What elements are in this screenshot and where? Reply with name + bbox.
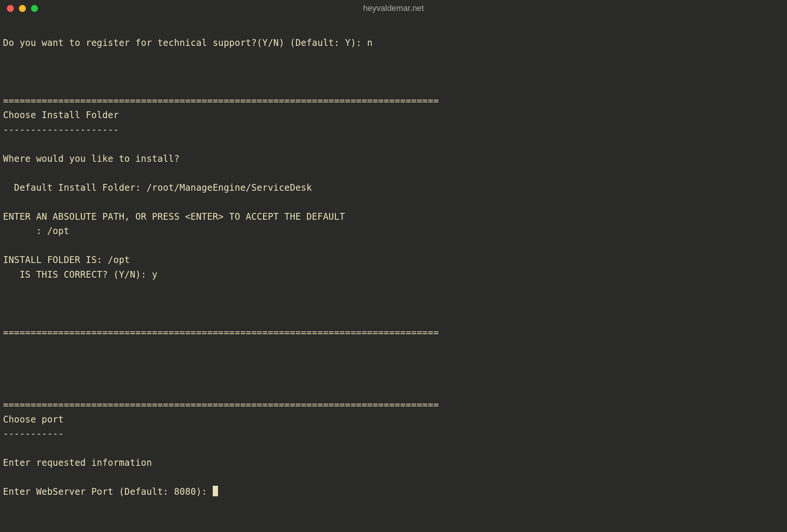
terminal-line: Choose Install Folder <box>3 110 119 120</box>
terminal-line: IS THIS CORRECT? (Y/N): y <box>3 269 157 280</box>
terminal-output[interactable]: Do you want to register for technical su… <box>0 17 787 502</box>
terminal-line: ----------- <box>3 429 64 439</box>
maximize-button[interactable] <box>31 5 38 12</box>
terminal-line: Enter WebServer Port (Default: 8080): <box>3 486 213 497</box>
terminal-line: --------------------- <box>3 125 119 135</box>
window-titlebar: heyvaldemar.net <box>0 0 787 17</box>
cursor-icon <box>213 486 218 496</box>
terminal-line: ========================================… <box>3 96 439 106</box>
window-title: heyvaldemar.net <box>363 3 424 13</box>
terminal-line: ========================================… <box>3 327 439 338</box>
terminal-line: Where would you like to install? <box>3 154 180 164</box>
terminal-line: Enter requested information <box>3 458 152 468</box>
terminal-line: INSTALL FOLDER IS: /opt <box>3 255 130 265</box>
terminal-line: Default Install Folder: /root/ManageEngi… <box>3 182 312 193</box>
traffic-lights <box>7 5 38 12</box>
terminal-line: : /opt <box>3 226 69 236</box>
terminal-line: ========================================… <box>3 400 439 410</box>
minimize-button[interactable] <box>19 5 26 12</box>
terminal-line: Choose port <box>3 414 64 425</box>
close-button[interactable] <box>7 5 14 12</box>
terminal-line: Do you want to register for technical su… <box>3 38 373 48</box>
terminal-line: ENTER AN ABSOLUTE PATH, OR PRESS <ENTER>… <box>3 211 345 222</box>
